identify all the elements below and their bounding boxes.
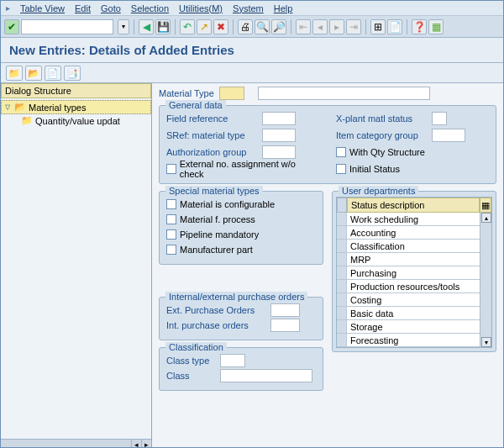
material-type-key-input[interactable] xyxy=(219,87,244,100)
table-row[interactable]: Purchasing xyxy=(337,266,480,280)
table-row[interactable]: Basic data xyxy=(337,307,480,320)
content: Dialog Structure ▽ 📂 Material types 📁 Qu… xyxy=(1,83,503,448)
first-page-icon[interactable]: ⇤ xyxy=(296,19,311,34)
material-type-desc-input[interactable] xyxy=(258,87,430,100)
next-page-icon[interactable]: ▸ xyxy=(329,19,344,34)
item-cat-label: Item category group xyxy=(336,130,428,140)
group-title-special: Special material types xyxy=(165,186,263,196)
save-icon[interactable]: 💾 xyxy=(155,19,171,34)
configurable-checkbox[interactable] xyxy=(166,199,176,209)
group-title-user-dept: User departments xyxy=(339,186,418,196)
menu-goto[interactable]: Goto xyxy=(96,3,126,14)
group-user-departments: User departments Status description ▦ Wo… xyxy=(332,191,496,352)
table-row[interactable]: Storage xyxy=(337,320,480,334)
field-reference-input[interactable] xyxy=(262,112,296,125)
tree-toggle-icon[interactable]: ▽ xyxy=(3,103,12,111)
group-general-data: General data Field reference SRef: mater… xyxy=(159,105,496,184)
menu-system[interactable]: System xyxy=(228,3,269,14)
table-row[interactable]: Classification xyxy=(337,240,480,253)
page-title: New Entries: Details of Added Entries xyxy=(9,43,495,57)
last-page-icon[interactable]: ⇥ xyxy=(346,19,361,34)
menu-table-view[interactable]: Table View xyxy=(15,3,70,14)
with-qty-checkbox[interactable] xyxy=(336,147,346,157)
shortcut-icon[interactable]: 📄 xyxy=(387,19,402,34)
command-dropdown-button[interactable]: ▾ xyxy=(118,19,129,34)
table-row[interactable]: Accounting xyxy=(337,226,480,240)
enter-button[interactable]: ✔ xyxy=(4,19,19,34)
expand-subtree-icon[interactable]: 📁 xyxy=(6,66,23,81)
scroll-down-icon[interactable]: ▾ xyxy=(481,337,491,347)
pipeline-checkbox[interactable] xyxy=(166,229,176,240)
auth-group-label: Authorization group xyxy=(166,147,259,157)
table-row[interactable]: Work scheduling xyxy=(337,213,480,226)
group-title-classification: Classification xyxy=(165,342,227,352)
back-button[interactable]: ◀ xyxy=(139,19,154,34)
process-label: Material f. process xyxy=(180,214,255,224)
process-checkbox[interactable] xyxy=(166,214,176,224)
initial-status-checkbox[interactable] xyxy=(336,164,346,174)
cancel-icon[interactable]: ✖ xyxy=(213,19,228,34)
command-field[interactable] xyxy=(21,19,113,34)
switch-icon[interactable]: 📄 xyxy=(45,66,61,81)
class-input[interactable] xyxy=(220,369,312,382)
toolbar-secondary: 📁 📂 📄 📑 xyxy=(1,63,503,83)
item-cat-input[interactable] xyxy=(432,129,465,142)
int-po-input[interactable] xyxy=(270,319,300,332)
xplant-label: X-plant matl status xyxy=(336,113,428,124)
menu-utilities[interactable]: Utilities(M) xyxy=(174,3,228,14)
initial-status-label: Initial Status xyxy=(349,164,400,174)
scroll-left-icon[interactable]: ◂ xyxy=(131,440,141,448)
manufacturer-label: Manufacturer part xyxy=(180,245,253,255)
column-config-icon[interactable]: ▦ xyxy=(480,198,491,213)
group-special-material-types: Special material types Material is confi… xyxy=(159,191,323,265)
menu-help[interactable]: Help xyxy=(269,3,298,14)
collapse-subtree-icon[interactable]: 📂 xyxy=(25,66,42,81)
find-icon[interactable]: 🔍 xyxy=(255,19,270,34)
material-type-row: Material Type xyxy=(159,87,496,100)
class-type-input[interactable] xyxy=(220,354,245,367)
field-reference-label: Field reference xyxy=(166,113,259,124)
material-type-label: Material Type xyxy=(159,88,214,98)
with-qty-label: With Qty Structure xyxy=(349,147,425,157)
toolbar-main: ✔ ▾ ◀ 💾 ↶ ↗ ✖ 🖨 🔍 🔎 ⇤ ◂ ▸ ⇥ ⊞ 📄 ❓ ▦ xyxy=(1,16,503,38)
exit-icon[interactable]: ↗ xyxy=(197,19,212,34)
print-icon[interactable]: 🖨 xyxy=(238,19,253,34)
ext-po-input[interactable] xyxy=(270,303,300,317)
menu-selection[interactable]: Selection xyxy=(126,3,174,14)
folder-icon: 📁 xyxy=(21,115,33,126)
scroll-up-icon[interactable]: ▴ xyxy=(481,213,491,223)
group-classification: Classification Class type Class xyxy=(159,347,323,391)
group-title-general: General data xyxy=(165,100,226,110)
table-row[interactable]: MRP xyxy=(337,253,480,266)
table-row[interactable]: Forecasting xyxy=(337,334,480,347)
tree-label: Quantity/value updat xyxy=(35,116,120,126)
user-dept-scrollbar[interactable]: ▴ ▾ xyxy=(480,213,491,347)
delimit-icon[interactable]: 📑 xyxy=(64,66,81,81)
dialog-structure-header: Dialog Structure xyxy=(1,83,151,98)
xplant-input[interactable] xyxy=(432,112,447,125)
find-next-icon[interactable]: 🔎 xyxy=(271,19,286,34)
menu-edit[interactable]: Edit xyxy=(70,3,96,14)
table-row[interactable]: Production resources/tools xyxy=(337,280,480,293)
pipeline-label: Pipeline mandatory xyxy=(180,229,259,240)
configurable-label: Material is configurable xyxy=(180,199,275,209)
back2-icon[interactable]: ↶ xyxy=(180,19,195,34)
ext-no-checkbox[interactable] xyxy=(166,164,176,174)
tree-item-quantity[interactable]: 📁 Quantity/value updat xyxy=(1,114,151,127)
sref-input[interactable] xyxy=(262,129,296,142)
auth-group-input[interactable] xyxy=(262,145,296,159)
user-dept-column-header[interactable]: Status description xyxy=(347,198,480,213)
app-menu-icon[interactable]: ▸ xyxy=(6,3,10,13)
ext-po-label: Ext. Purchase Orders xyxy=(166,305,267,315)
int-po-label: Int. purchase orders xyxy=(166,320,267,330)
prev-page-icon[interactable]: ◂ xyxy=(312,19,328,34)
ext-no-label: External no. assignment w/o check xyxy=(180,159,319,179)
new-session-icon[interactable]: ⊞ xyxy=(370,19,386,34)
help-icon[interactable]: ❓ xyxy=(412,19,427,34)
layout-icon[interactable]: ▦ xyxy=(428,19,444,34)
dialog-structure-panel: Dialog Structure ▽ 📂 Material types 📁 Qu… xyxy=(1,83,152,448)
tree-item-material-types[interactable]: ▽ 📂 Material types xyxy=(1,100,151,114)
table-row[interactable]: Costing xyxy=(337,293,480,307)
manufacturer-checkbox[interactable] xyxy=(166,245,176,255)
scroll-right-icon[interactable]: ▸ xyxy=(141,440,151,448)
